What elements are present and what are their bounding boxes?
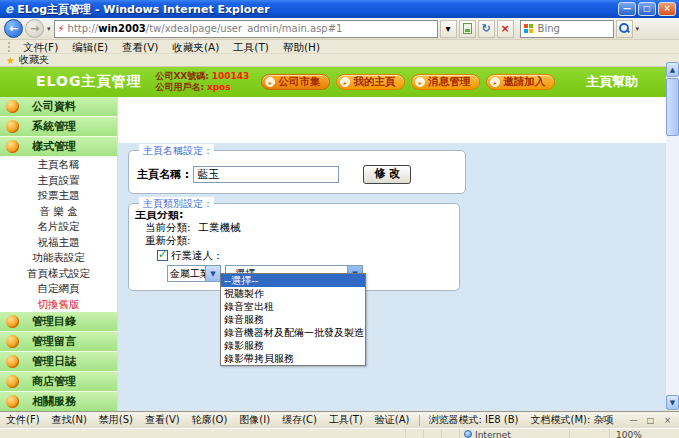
- address-bar: ← → ▾ ⚡ http://win2003/tw/xdealpage/user…: [0, 18, 679, 40]
- swirl-icon: [6, 395, 19, 408]
- nav-invite-button[interactable]: ▸邀請加入: [486, 74, 555, 90]
- devtools-minimize-button[interactable]: —: [627, 415, 640, 426]
- homepage-help-link[interactable]: 主頁幫助: [586, 73, 638, 91]
- submenu-music-box[interactable]: 音 樂 盒: [0, 204, 117, 220]
- homepage-name-fieldset: 主頁名稱設定 : 主頁名稱 : 修 改: [128, 150, 466, 194]
- sidebar-item-company-info[interactable]: 公司資料: [0, 97, 117, 116]
- devtools-disable[interactable]: 禁用(S): [93, 413, 139, 427]
- submenu-frontpage-style[interactable]: 首頁樣式設定: [0, 266, 117, 282]
- nav-button-label: 消息管理: [428, 75, 470, 89]
- sidebar-item-manage-directory[interactable]: 管理目錄: [0, 312, 117, 331]
- modify-button[interactable]: 修 改: [363, 165, 411, 184]
- devtools-close-button[interactable]: ×: [661, 415, 674, 426]
- submenu-card-settings[interactable]: 名片設定: [0, 219, 117, 235]
- vertical-scrollbar[interactable]: ▲ ▼: [666, 62, 679, 410]
- zoom-level[interactable]: 100%: [609, 429, 679, 438]
- sidebar-item-shop-admin[interactable]: 商店管理: [0, 372, 117, 391]
- sidebar-item-label: 樣式管理: [32, 139, 76, 154]
- reassign-category-label: 重新分類:: [135, 234, 459, 247]
- devtools-find[interactable]: 查找(N): [46, 413, 93, 427]
- menu-edit[interactable]: 编辑(E): [65, 40, 115, 54]
- menu-help[interactable]: 帮助(H): [276, 40, 327, 54]
- devtools-window-buttons: — □ ×: [627, 415, 674, 426]
- homepage-name-label: 主頁名稱 :: [137, 167, 189, 182]
- industry-expert-label: 行業達人 :: [171, 249, 220, 263]
- header-nav: ▸公司市集 ▸我的主頁 ▸消息管理 ▸邀請加入: [261, 74, 555, 90]
- menu-tools[interactable]: 工具(T): [226, 40, 276, 54]
- devtools-view[interactable]: 查看(V): [139, 413, 186, 427]
- devtools-tools[interactable]: 工具(T): [323, 413, 369, 427]
- history-dropdown-icon[interactable]: ▾: [46, 25, 52, 33]
- site-title: ELOG主頁管理: [36, 73, 141, 91]
- dropdown-option-av-production[interactable]: 視聽製作: [221, 287, 365, 300]
- submenu-custom-page[interactable]: 自定網頁: [0, 281, 117, 297]
- main-area: 主頁名稱設定 : 主頁名稱 : 修 改 主頁類別設定 : 主頁分類: 当前分類:…: [118, 97, 666, 411]
- menu-view[interactable]: 查看(V): [115, 40, 165, 54]
- dropdown-option-video-service[interactable]: 錄影服務: [221, 339, 365, 352]
- play-icon: ▸: [415, 77, 425, 87]
- refresh-button[interactable]: ↻: [478, 20, 495, 38]
- chevron-down-icon[interactable]: ▼: [205, 266, 220, 281]
- compatibility-view-button[interactable]: [459, 20, 476, 38]
- devtools-bar: 文件(F) 查找(N) 禁用(S) 查看(V) 轮廓(O) 图像(I) 缓存(C…: [0, 411, 679, 428]
- restore-button[interactable]: □: [638, 2, 656, 16]
- forward-button[interactable]: →: [25, 19, 44, 38]
- industry-select[interactable]: 金屬工業▼: [167, 265, 221, 282]
- submenu-blessing-topic[interactable]: 祝福主題: [0, 235, 117, 251]
- nav-company-market-button[interactable]: ▸公司市集: [261, 74, 330, 90]
- devtools-file[interactable]: 文件(F): [0, 413, 46, 427]
- nav-my-homepage-button[interactable]: ▸我的主頁: [336, 74, 405, 90]
- back-button[interactable]: ←: [4, 19, 23, 38]
- current-category-row: 当前分類:工業機械: [135, 221, 459, 234]
- dropdown-option-tape-copy[interactable]: 錄影帶拷貝服務: [221, 352, 365, 365]
- sidebar-item-system-admin[interactable]: 系統管理: [0, 117, 117, 136]
- nav-message-admin-button[interactable]: ▸消息管理: [411, 74, 480, 90]
- sidebar-item-related-services[interactable]: 相關服務: [0, 392, 117, 411]
- zone-label: Internet: [475, 430, 511, 438]
- search-dropdown-icon[interactable]: ▾: [635, 25, 641, 33]
- submenu-menu-settings[interactable]: 功能表設定: [0, 250, 117, 266]
- sidebar-item-style-admin[interactable]: 樣式管理: [0, 137, 117, 156]
- devtools-validate[interactable]: 验证(A): [369, 413, 416, 427]
- favorites-label[interactable]: 收藏夹: [19, 53, 49, 67]
- submenu-homepage-settings[interactable]: 主頁設置: [0, 173, 117, 189]
- sidebar: 公司資料 系統管理 樣式管理 主頁名稱 主頁設置 投票主題 音 樂 盒 名片設定…: [0, 97, 118, 411]
- sidebar-item-manage-messages[interactable]: 管理留言: [0, 332, 117, 351]
- search-button[interactable]: [616, 20, 633, 38]
- devtools-restore-button[interactable]: □: [644, 415, 657, 426]
- search-box[interactable]: [520, 20, 614, 38]
- sidebar-item-label: 系統管理: [32, 119, 76, 134]
- dropdown-option-select[interactable]: --選擇--: [221, 274, 365, 287]
- stop-button[interactable]: ×: [497, 20, 514, 38]
- submenu-switch-old-version[interactable]: 切換舊版: [0, 297, 117, 313]
- devtools-cache[interactable]: 缓存(C): [276, 413, 323, 427]
- address-input[interactable]: ⚡ http://win2003/tw/xdealpage/user_admin…: [54, 20, 438, 38]
- sidebar-item-manage-logs[interactable]: 管理日誌: [0, 352, 117, 371]
- close-button[interactable]: ×: [658, 2, 676, 16]
- stop-icon: ×: [500, 22, 509, 35]
- minimize-button[interactable]: —: [618, 2, 636, 16]
- dropdown-option-recording-service[interactable]: 錄音服務: [221, 313, 365, 326]
- submenu-homepage-name[interactable]: 主頁名稱: [0, 157, 117, 173]
- scroll-down-button[interactable]: ▼: [666, 395, 679, 410]
- devtools-separator: [419, 415, 420, 426]
- devtools-images[interactable]: 图像(I): [233, 413, 276, 427]
- address-dropdown-button[interactable]: ▾: [440, 20, 457, 38]
- dropdown-option-equipment[interactable]: 錄音機器材及配備一批發及製造: [221, 326, 365, 339]
- scrollbar-thumb[interactable]: [666, 78, 679, 136]
- devtools-document-mode[interactable]: 文档模式(M): 杂项: [525, 413, 620, 427]
- homepage-name-legend: 主頁名稱設定 :: [139, 144, 214, 158]
- menu-favorites[interactable]: 收藏夹(A): [165, 40, 226, 54]
- submenu-vote-topic[interactable]: 投票主題: [0, 188, 117, 204]
- sidebar-item-label: 管理留言: [32, 334, 76, 349]
- menu-file[interactable]: 文件(F): [16, 40, 65, 54]
- favorites-star-icon[interactable]: ★: [6, 55, 15, 66]
- search-input[interactable]: [536, 22, 610, 35]
- homepage-name-input[interactable]: [193, 166, 339, 183]
- devtools-outline[interactable]: 轮廓(O): [186, 413, 234, 427]
- industry-expert-checkbox[interactable]: ✓: [157, 250, 168, 261]
- devtools-browser-mode[interactable]: 浏览器模式: IE8 (B): [423, 413, 525, 427]
- sidebar-submenu: 主頁名稱 主頁設置 投票主題 音 樂 盒 名片設定 祝福主題 功能表設定 首頁樣…: [0, 157, 117, 312]
- dropdown-option-studio-rental[interactable]: 錄音室出租: [221, 300, 365, 313]
- scroll-up-button[interactable]: ▲: [666, 62, 679, 77]
